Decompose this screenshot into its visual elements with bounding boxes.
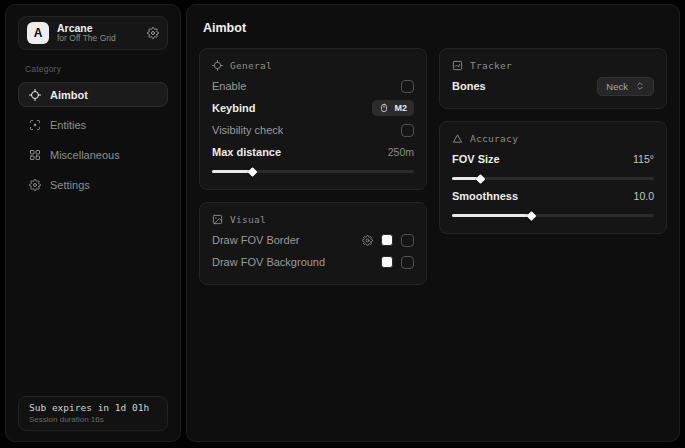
max-distance-value: 250m bbox=[388, 146, 414, 158]
app-logo: A bbox=[27, 22, 49, 44]
general-card: General Enable Keybind M2 bbox=[199, 48, 427, 190]
triangle-icon bbox=[452, 133, 463, 144]
sidebar-item-label: Miscellaneous bbox=[50, 149, 120, 161]
accuracy-card-header: Accuracy bbox=[452, 133, 654, 144]
smoothness-row: Smoothness 10.0 bbox=[452, 185, 654, 207]
content-columns: General Enable Keybind M2 bbox=[199, 48, 667, 285]
visibility-check-checkbox[interactable] bbox=[401, 124, 414, 137]
smoothness-slider-fill bbox=[452, 214, 531, 217]
app-subtitle: for Off The Grid bbox=[57, 34, 139, 44]
fov-background-checkbox[interactable] bbox=[401, 256, 414, 269]
crosshair-icon bbox=[29, 89, 41, 101]
fov-background-controls bbox=[381, 256, 414, 269]
tracker-card: Tracker Bones Neck bbox=[439, 48, 667, 109]
visual-card: Visual Draw FOV Border Draw bbox=[199, 202, 427, 285]
fov-background-color-swatch[interactable] bbox=[381, 256, 393, 268]
visual-card-header: Visual bbox=[212, 214, 414, 225]
main-panel: Aimbot General Enable bbox=[186, 4, 680, 442]
right-column: Tracker Bones Neck bbox=[439, 48, 667, 234]
max-distance-row: Max distance 250m bbox=[212, 141, 414, 163]
page-title: Aimbot bbox=[203, 21, 667, 35]
app-window: A Arcane for Off The Grid Category Aimbo… bbox=[0, 0, 685, 448]
accuracy-card-title: Accuracy bbox=[470, 133, 518, 144]
keybind-value: M2 bbox=[394, 103, 407, 113]
left-column: General Enable Keybind M2 bbox=[199, 48, 427, 285]
keybind-label: Keybind bbox=[212, 102, 255, 114]
app-header-text: Arcane for Off The Grid bbox=[57, 22, 139, 44]
max-distance-slider[interactable] bbox=[212, 170, 414, 173]
visibility-check-label: Visibility check bbox=[212, 124, 283, 136]
fov-size-label: FOV Size bbox=[452, 153, 500, 165]
enable-checkbox[interactable] bbox=[401, 80, 414, 93]
gear-icon[interactable] bbox=[147, 27, 159, 39]
fov-border-label: Draw FOV Border bbox=[212, 234, 299, 246]
category-label: Category bbox=[25, 64, 168, 74]
enable-row: Enable bbox=[212, 75, 414, 97]
fov-background-label: Draw FOV Background bbox=[212, 256, 325, 268]
scan-icon bbox=[29, 119, 41, 131]
visibility-check-row: Visibility check bbox=[212, 119, 414, 141]
crosshair-icon bbox=[212, 60, 223, 71]
bones-select[interactable]: Neck bbox=[597, 77, 654, 96]
sidebar-item-miscellaneous[interactable]: Miscellaneous bbox=[18, 142, 168, 167]
smoothness-label: Smoothness bbox=[452, 190, 518, 202]
mouse-icon bbox=[379, 103, 389, 113]
smoothness-slider[interactable] bbox=[452, 214, 654, 217]
fov-border-color-swatch[interactable] bbox=[381, 234, 393, 246]
bones-row: Bones Neck bbox=[452, 75, 654, 97]
fov-size-value: 115° bbox=[633, 153, 654, 165]
sidebar-item-settings[interactable]: Settings bbox=[18, 172, 168, 197]
bones-label: Bones bbox=[452, 80, 486, 92]
max-distance-label: Max distance bbox=[212, 146, 281, 158]
session-duration-text: Session duration 16s bbox=[29, 415, 157, 424]
keybind-badge[interactable]: M2 bbox=[372, 100, 414, 116]
sub-expires-text: Sub expires in 1d 01h bbox=[29, 402, 157, 413]
fov-size-row: FOV Size 115° bbox=[452, 148, 654, 170]
tracker-card-header: Tracker bbox=[452, 60, 654, 71]
sidebar-item-entities[interactable]: Entities bbox=[18, 112, 168, 137]
grid-icon bbox=[29, 149, 41, 161]
sidebar: A Arcane for Off The Grid Category Aimbo… bbox=[5, 4, 181, 442]
bones-value: Neck bbox=[606, 81, 628, 92]
app-header-card: A Arcane for Off The Grid bbox=[18, 16, 168, 50]
general-card-header: General bbox=[212, 60, 414, 71]
fov-border-controls bbox=[362, 234, 414, 247]
fov-border-row: Draw FOV Border bbox=[212, 229, 414, 251]
keybind-row: Keybind M2 bbox=[212, 97, 414, 119]
subscription-card: Sub expires in 1d 01h Session duration 1… bbox=[18, 396, 168, 431]
general-card-title: General bbox=[230, 60, 272, 71]
activity-icon bbox=[452, 60, 463, 71]
fov-size-slider-fill bbox=[452, 177, 480, 180]
fov-size-slider[interactable] bbox=[452, 177, 654, 180]
smoothness-value: 10.0 bbox=[634, 190, 654, 202]
image-icon bbox=[212, 214, 223, 225]
visual-card-title: Visual bbox=[230, 214, 266, 225]
max-distance-slider-fill bbox=[212, 170, 252, 173]
fov-background-row: Draw FOV Background bbox=[212, 251, 414, 273]
chevrons-up-down-icon bbox=[635, 81, 645, 91]
enable-label: Enable bbox=[212, 80, 246, 92]
sidebar-item-aimbot[interactable]: Aimbot bbox=[18, 82, 168, 107]
gear-icon[interactable] bbox=[362, 235, 373, 246]
sidebar-item-label: Settings bbox=[50, 179, 90, 191]
accuracy-card: Accuracy FOV Size 115° Smoothness 10.0 bbox=[439, 121, 667, 234]
fov-border-checkbox[interactable] bbox=[401, 234, 414, 247]
sidebar-item-label: Aimbot bbox=[50, 89, 88, 101]
tracker-card-title: Tracker bbox=[470, 60, 512, 71]
gear-icon bbox=[29, 179, 41, 191]
sidebar-item-label: Entities bbox=[50, 119, 86, 131]
